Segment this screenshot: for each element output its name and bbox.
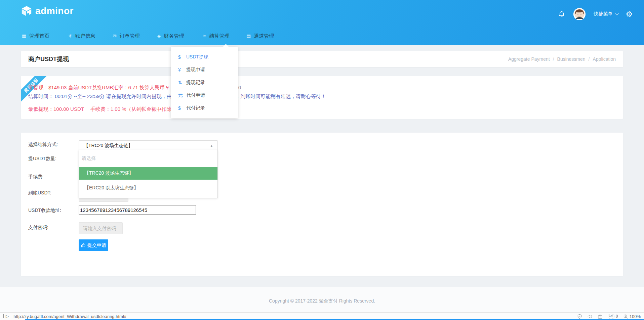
breadcrumb-item[interactable]: Aggregate Payment bbox=[508, 56, 550, 62]
copyright-text: Copyright © 2017-2022 聚合支付 Rights Reserv… bbox=[0, 298, 644, 304]
settle-method-dropdown: 【TRC20 波场生态链】 【ERC20 以太坊生态链】 bbox=[79, 150, 218, 198]
transfer-icon: ⇅ bbox=[178, 80, 186, 85]
ad-blocker-icon[interactable]: AD bbox=[608, 314, 615, 319]
settings-gear-icon[interactable]: ⚙ bbox=[626, 10, 633, 18]
dropdown-option-erc20[interactable]: 【ERC20 以太坊生态链】 bbox=[79, 182, 217, 194]
logo[interactable]: adminor bbox=[21, 5, 74, 17]
play-icon: ▷ bbox=[6, 314, 9, 318]
notice-line1: 可提现：$149.03 当前USDT兑换RMB汇率：6.71 换算人民币￥ bbox=[28, 85, 170, 91]
settle-method-select[interactable]: 【TRC20 波场生态链】 ▲ bbox=[79, 140, 218, 151]
yen-icon: ¥ bbox=[178, 67, 186, 73]
add-case-icon[interactable] bbox=[598, 314, 603, 319]
zoom-level: 100% bbox=[630, 314, 641, 319]
submenu-item-withdraw-apply[interactable]: ¥ 提现申请 bbox=[171, 63, 238, 76]
notification-bell-icon[interactable] bbox=[558, 10, 565, 18]
dollar-icon: $ bbox=[178, 54, 186, 60]
speaker-icon[interactable] bbox=[587, 314, 593, 319]
app-root: adminor bbox=[0, 0, 644, 320]
fee-label: 手续费: bbox=[28, 174, 44, 180]
notice-line2: 结算时间： 00:01分 --至-- 23:59分 请在提现允许时间内提现，由于 bbox=[28, 93, 177, 100]
mail-icon: ✉ bbox=[113, 34, 117, 38]
file-icon: ▤ bbox=[246, 34, 251, 38]
receive-label: 到账USDT: bbox=[28, 190, 51, 196]
notice-line2-tail: ，到账时间可能稍有延迟，请耐心等待！ bbox=[235, 93, 326, 100]
submenu-item-payout-records[interactable]: $ 代付记录 bbox=[171, 102, 238, 115]
quick-menu-button[interactable]: 快捷菜单 bbox=[594, 11, 617, 17]
pay-password-input[interactable] bbox=[79, 222, 123, 234]
nav-item-finance[interactable]: ◈ 财务管理 bbox=[157, 32, 184, 40]
divider bbox=[3, 314, 4, 318]
usdt-address-input[interactable] bbox=[79, 205, 196, 215]
nav-item-account[interactable]: ✳ 账户信息 bbox=[68, 32, 95, 40]
chevron-down-icon bbox=[615, 11, 619, 15]
submit-application-button[interactable]: 提交申请 bbox=[79, 239, 108, 251]
dropdown-search-input[interactable] bbox=[82, 152, 215, 164]
page-title: 商户USDT提现 bbox=[28, 55, 69, 63]
address-label: USDT收款地址: bbox=[28, 208, 61, 214]
quick-menu-label: 快捷菜单 bbox=[594, 11, 612, 17]
nav-item-channel[interactable]: ▤ 通道管理 bbox=[246, 32, 274, 40]
shield-check-icon[interactable] bbox=[577, 314, 582, 319]
ad-count: 0 bbox=[616, 314, 618, 319]
account-icon: ✳ bbox=[68, 34, 72, 38]
statusbar-tools: AD 0 100% bbox=[577, 314, 641, 319]
password-label: 支付密码: bbox=[28, 225, 48, 231]
statusbar-run-button[interactable]: ▷ bbox=[3, 314, 9, 318]
breadcrumb-item[interactable]: Businessmen bbox=[557, 56, 586, 62]
dollar-icon: $ bbox=[178, 105, 186, 111]
logo-cube-icon bbox=[21, 5, 32, 17]
breadcrumb: Aggregate Payment / Businessmen / Applic… bbox=[508, 56, 616, 62]
cny-icon: 元 bbox=[178, 92, 186, 98]
settlement-submenu: $ USDT提现 ¥ 提现申请 ⇅ 提现记录 元 代付申请 $ 代付记录 bbox=[171, 47, 238, 118]
submenu-item-payout-apply[interactable]: 元 代付申请 bbox=[171, 89, 238, 102]
logo-text: adminor bbox=[35, 6, 74, 16]
settle-method-label: 选择结算方式: bbox=[28, 142, 58, 148]
amount-label: 提USDT数量: bbox=[28, 156, 56, 162]
statusbar-url: http://zy.bugattl.com/agent_Withdrawal_u… bbox=[13, 314, 126, 319]
dropdown-option-trc20[interactable]: 【TRC20 波场生态链】 bbox=[79, 167, 217, 180]
thumbs-up-icon bbox=[81, 243, 86, 248]
header: adminor bbox=[0, 0, 644, 45]
submenu-item-withdraw-records[interactable]: ⇅ 提现记录 bbox=[171, 76, 238, 89]
submenu-item-usdt-withdraw[interactable]: $ USDT提现 bbox=[171, 51, 238, 63]
cube-icon: ◈ bbox=[157, 34, 161, 38]
user-avatar[interactable] bbox=[573, 8, 586, 20]
title-bar: 商户USDT提现 Aggregate Payment / Businessmen… bbox=[21, 51, 623, 67]
header-right: 快捷菜单 ⚙ bbox=[558, 7, 633, 21]
nav-item-settlement[interactable]: ≋ 结算管理 bbox=[202, 32, 230, 40]
breadcrumb-current: Application bbox=[593, 56, 616, 62]
notice-line3: 最低提现：100.00 USDT 手续费：1.00 %（从到帐金额中扣除 bbox=[28, 106, 171, 112]
zoom-magnifier-icon[interactable] bbox=[623, 314, 628, 319]
select-arrow-up-icon: ▲ bbox=[210, 144, 213, 147]
layers-icon: ≋ bbox=[202, 34, 206, 38]
grid-icon: ▦ bbox=[22, 34, 26, 38]
nav-item-home[interactable]: ▦ 管理首页 bbox=[22, 32, 49, 40]
nav-item-orders[interactable]: ✉ 订单管理 bbox=[113, 32, 140, 40]
